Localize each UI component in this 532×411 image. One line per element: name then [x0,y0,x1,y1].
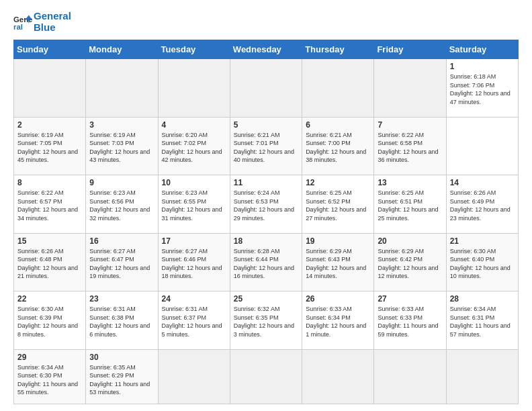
day-info: Sunrise: 6:27 AMSunset: 6:47 PMDaylight:… [89,247,154,281]
day-info: Sunrise: 6:19 AMSunset: 7:05 PMDaylight:… [17,131,82,165]
calendar-week-5: 22 Sunrise: 6:30 AMSunset: 6:39 PMDaylig… [14,291,519,350]
day-info: Sunrise: 6:30 AMSunset: 6:39 PMDaylight:… [17,305,82,338]
day-number: 8 [17,178,82,187]
day-info: Sunrise: 6:30 AMSunset: 6:40 PMDaylight:… [450,247,515,281]
day-header-saturday: Saturday [446,40,518,59]
svg-text:ral: ral [13,22,23,30]
day-info: Sunrise: 6:19 AMSunset: 7:03 PMDaylight:… [89,131,154,165]
calendar-cell: 20 Sunrise: 6:29 AMSunset: 6:42 PMDaylig… [374,233,446,291]
day-info: Sunrise: 6:25 AMSunset: 6:52 PMDaylight:… [306,189,370,222]
calendar-cell: 21 Sunrise: 6:30 AMSunset: 6:40 PMDaylig… [446,233,518,291]
day-number: 9 [89,178,154,187]
calendar-cell: 30 Sunrise: 6:35 AMSunset: 6:29 PMDaylig… [86,349,158,404]
day-number: 26 [306,294,370,304]
day-info: Sunrise: 6:29 AMSunset: 6:43 PMDaylight:… [306,247,370,281]
day-number: 23 [89,294,154,304]
calendar-week-6: 29 Sunrise: 6:34 AMSunset: 6:30 PMDaylig… [14,349,519,404]
header: Gene ral General Blue [13,11,519,33]
calendar-cell: 4 Sunrise: 6:20 AMSunset: 7:02 PMDayligh… [158,117,230,175]
calendar-cell: 24 Sunrise: 6:31 AMSunset: 6:37 PMDaylig… [158,291,230,350]
calendar-cell [302,59,374,118]
day-number: 20 [378,236,442,246]
day-number: 5 [234,120,298,130]
day-info: Sunrise: 6:24 AMSunset: 6:53 PMDaylight:… [234,189,298,222]
day-number: 10 [162,178,226,187]
day-number: 22 [17,294,82,304]
calendar-cell: 12 Sunrise: 6:25 AMSunset: 6:52 PMDaylig… [302,175,374,234]
calendar-cell [158,349,230,404]
day-header-thursday: Thursday [302,40,374,59]
calendar-week-2: 2 Sunrise: 6:19 AMSunset: 7:05 PMDayligh… [14,117,519,175]
day-info: Sunrise: 6:23 AMSunset: 6:55 PMDaylight:… [162,189,226,222]
day-info: Sunrise: 6:22 AMSunset: 6:57 PMDaylight:… [17,189,82,222]
calendar-cell: 13 Sunrise: 6:25 AMSunset: 6:51 PMDaylig… [374,175,446,234]
calendar-cell: 11 Sunrise: 6:24 AMSunset: 6:53 PMDaylig… [230,175,302,234]
day-info: Sunrise: 6:18 AMSunset: 7:06 PMDaylight:… [450,73,515,106]
day-header-tuesday: Tuesday [158,40,230,59]
calendar-header-row: SundayMondayTuesdayWednesdayThursdayFrid… [14,40,519,59]
day-number: 11 [234,178,298,187]
day-info: Sunrise: 6:33 AMSunset: 6:33 PMDaylight:… [378,305,442,338]
day-number: 2 [17,120,82,130]
day-number: 6 [306,120,370,130]
day-info: Sunrise: 6:23 AMSunset: 6:56 PMDaylight:… [89,189,154,222]
calendar-cell: 14 Sunrise: 6:26 AMSunset: 6:49 PMDaylig… [446,175,518,234]
calendar-cell: 2 Sunrise: 6:19 AMSunset: 7:05 PMDayligh… [14,117,86,175]
calendar-cell [230,349,302,404]
day-info: Sunrise: 6:22 AMSunset: 6:58 PMDaylight:… [378,131,442,165]
day-header-sunday: Sunday [14,40,86,59]
day-number: 15 [17,236,82,246]
day-info: Sunrise: 6:32 AMSunset: 6:35 PMDaylight:… [234,305,298,338]
day-number: 4 [162,120,226,130]
calendar-cell: 26 Sunrise: 6:33 AMSunset: 6:34 PMDaylig… [302,291,374,350]
day-info: Sunrise: 6:26 AMSunset: 6:48 PMDaylight:… [17,247,82,281]
calendar-cell: 17 Sunrise: 6:27 AMSunset: 6:46 PMDaylig… [158,233,230,291]
calendar-cell: 18 Sunrise: 6:28 AMSunset: 6:44 PMDaylig… [230,233,302,291]
calendar-week-1: 1 Sunrise: 6:18 AMSunset: 7:06 PMDayligh… [14,59,519,118]
day-info: Sunrise: 6:33 AMSunset: 6:34 PMDaylight:… [306,305,370,338]
calendar-cell [14,59,86,118]
day-number: 25 [234,294,298,304]
day-number: 21 [450,236,515,246]
day-number: 12 [306,178,370,187]
day-info: Sunrise: 6:25 AMSunset: 6:51 PMDaylight:… [378,189,442,222]
day-info: Sunrise: 6:27 AMSunset: 6:46 PMDaylight:… [162,247,226,281]
calendar-cell: 3 Sunrise: 6:19 AMSunset: 7:03 PMDayligh… [86,117,158,175]
calendar-cell: 7 Sunrise: 6:22 AMSunset: 6:58 PMDayligh… [374,117,446,175]
calendar-cell: 28 Sunrise: 6:34 AMSunset: 6:31 PMDaylig… [446,291,518,350]
calendar-cell: 22 Sunrise: 6:30 AMSunset: 6:39 PMDaylig… [14,291,86,350]
day-info: Sunrise: 6:31 AMSunset: 6:37 PMDaylight:… [162,305,226,338]
day-info: Sunrise: 6:34 AMSunset: 6:31 PMDaylight:… [450,305,515,338]
day-number: 7 [378,120,442,130]
logo-icon: Gene ral [13,13,32,32]
day-number: 14 [450,178,515,187]
calendar-cell: 29 Sunrise: 6:34 AMSunset: 6:30 PMDaylig… [14,349,86,404]
calendar-week-4: 15 Sunrise: 6:26 AMSunset: 6:48 PMDaylig… [14,233,519,291]
day-info: Sunrise: 6:34 AMSunset: 6:30 PMDaylight:… [17,363,82,397]
calendar-cell: 1 Sunrise: 6:18 AMSunset: 7:06 PMDayligh… [446,59,518,118]
calendar-cell [230,59,302,118]
calendar-cell [86,59,158,118]
logo: Gene ral General Blue [13,11,71,33]
calendar-cell: 25 Sunrise: 6:32 AMSunset: 6:35 PMDaylig… [230,291,302,350]
calendar-cell [446,349,518,404]
calendar-cell: 10 Sunrise: 6:23 AMSunset: 6:55 PMDaylig… [158,175,230,234]
page: Gene ral General Blue SundayMondayTuesda… [0,0,532,411]
calendar-cell: 27 Sunrise: 6:33 AMSunset: 6:33 PMDaylig… [374,291,446,350]
day-info: Sunrise: 6:28 AMSunset: 6:44 PMDaylight:… [234,247,298,281]
day-number: 1 [450,62,515,71]
calendar-cell [374,349,446,404]
calendar: SundayMondayTuesdayWednesdayThursdayFrid… [13,40,519,404]
day-number: 24 [162,294,226,304]
day-number: 28 [450,294,515,304]
day-number: 29 [17,353,82,362]
day-info: Sunrise: 6:35 AMSunset: 6:29 PMDaylight:… [89,363,154,397]
day-info: Sunrise: 6:21 AMSunset: 7:01 PMDaylight:… [234,131,298,165]
day-number: 17 [162,236,226,246]
calendar-cell: 15 Sunrise: 6:26 AMSunset: 6:48 PMDaylig… [14,233,86,291]
day-info: Sunrise: 6:26 AMSunset: 6:49 PMDaylight:… [450,189,515,222]
day-number: 13 [378,178,442,187]
calendar-week-3: 8 Sunrise: 6:22 AMSunset: 6:57 PMDayligh… [14,175,519,234]
calendar-cell [374,59,446,118]
calendar-cell [302,349,374,404]
